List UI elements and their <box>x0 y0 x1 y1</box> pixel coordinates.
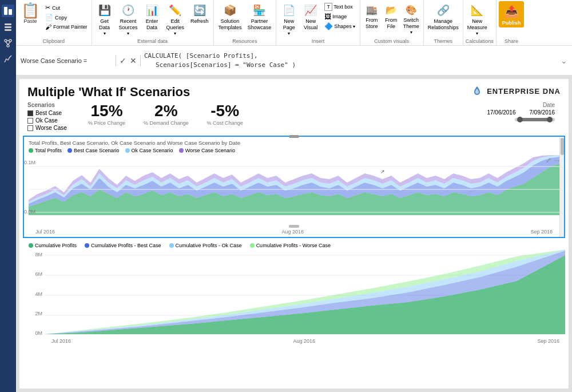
chart1-svg <box>29 155 559 224</box>
chart2-yaxis: 8M 6M 4M 2M 0M <box>23 250 43 338</box>
insert-label: Insert <box>279 38 357 44</box>
legend-worse-case: Worse Case Scenario <box>179 148 235 153</box>
paste-label: Paste <box>23 18 37 24</box>
date-slider-range <box>519 118 550 121</box>
legend-cum-ok-dot <box>169 243 174 248</box>
metric-cost-label: % Cost Change <box>207 120 243 126</box>
chart2-area: 8M 6M 4M 2M 0M <box>23 250 565 338</box>
svg-line-8 <box>6 42 8 45</box>
publish-button[interactable]: 📤 Publish <box>499 1 525 27</box>
legend-ok-case-dot <box>125 148 130 153</box>
scenario-label-best: Best Case <box>35 110 62 116</box>
sidebar-icon-report[interactable] <box>2 5 14 17</box>
chart2-x-jul: Jul 2016 <box>51 338 71 344</box>
formula-bar: Worse Case Scenario = ✓ ✕ CALCULATE( [Sc… <box>16 46 572 76</box>
chart2-y-8m: 8M <box>24 252 42 258</box>
formula-check-button[interactable]: ✓ <box>120 56 126 65</box>
chart1-x-jul: Jul 2016 <box>35 229 55 235</box>
date-slider-left-handle[interactable] <box>517 117 523 122</box>
date-slider-right-handle[interactable] <box>547 117 553 122</box>
svg-rect-4 <box>5 29 11 31</box>
chart1-container[interactable]: Total Profits, Best Case Scenario, Ok Ca… <box>23 136 565 238</box>
get-data-button[interactable]: 💾 GetData ▾ <box>94 1 115 37</box>
refresh-button[interactable]: 🔄 Refresh <box>188 1 211 25</box>
edit-queries-button[interactable]: ✏️ EditQueries ▾ <box>164 1 187 37</box>
new-visual-button[interactable]: 📈 NewVisual <box>300 1 321 32</box>
enter-data-label: EnterData <box>146 18 158 31</box>
text-box-button[interactable]: T Text box <box>323 2 356 11</box>
metric-demand-label: % Demand Change <box>144 120 189 126</box>
chart1-legend: Total Profits Best Case Scenario Ok Case… <box>29 148 559 153</box>
resources-label: Resources <box>216 38 274 44</box>
chart1-inner: Total Profits, Best Case Scenario, Ok Ca… <box>24 137 564 153</box>
chart1-expand-icon[interactable]: ⤢ <box>546 156 551 164</box>
cursor-indicator: ↗ <box>380 169 385 175</box>
edna-logo-icon <box>471 85 483 97</box>
svg-line-9 <box>8 42 10 45</box>
shapes-button[interactable]: 🔷 Shapes ▾ <box>323 22 356 31</box>
manage-relationships-button[interactable]: 🔗 ManageRelationships <box>426 1 460 32</box>
legend-cum-profits: Cumulative Profits <box>29 243 77 248</box>
svg-rect-1 <box>9 9 12 15</box>
recent-sources-button[interactable]: 🕐 RecentSources ▾ <box>117 1 140 37</box>
edna-label: ENTERPRISE DNA <box>487 87 561 96</box>
image-button[interactable]: 🖼 Image <box>323 12 356 21</box>
from-file-button[interactable]: 📂 FromFile <box>382 1 400 31</box>
legend-cum-best: Cumulative Profits - Best Case <box>85 243 161 248</box>
scenarios-box: Scenarios Best Case Ok Case Worse Case <box>27 102 73 131</box>
legend-cum-ok: Cumulative Profits - Ok Case <box>169 243 242 248</box>
cut-label: Cut <box>52 5 60 11</box>
enter-data-button[interactable]: 📊 EnterData <box>142 1 162 32</box>
chart2-legend: Cumulative Profits Cumulative Profits - … <box>23 240 565 250</box>
ribbon-group-clipboard: 📋 Paste ✂ Cut 📄 Copy 🖌 Format Painter Cl… <box>16 0 92 45</box>
legend-total-profits: Total Profits <box>29 148 62 153</box>
chart1-bottom-handle <box>24 224 564 229</box>
format-painter-button[interactable]: 🖌 Format Painter <box>43 23 89 31</box>
scenarios-label: Scenarios <box>27 102 73 108</box>
chart1-area: 0.1M 0.0M <box>24 155 564 224</box>
ribbon-group-custom-visuals: 🏬 FromStore 📂 FromFile 🎨 SwitchTheme ▾ C… <box>360 0 424 45</box>
partner-showcase-button[interactable]: 🏪 PartnerShowcase <box>245 1 274 32</box>
chart1-scrollbar[interactable] <box>559 137 564 237</box>
copy-button[interactable]: 📄 Copy <box>43 13 89 22</box>
legend-cum-profits-label: Cumulative Profits <box>35 243 77 248</box>
scenario-item-ok: Ok Case <box>27 117 73 124</box>
new-page-button[interactable]: 📄 NewPage ▾ <box>279 1 299 37</box>
legend-cum-profits-dot <box>29 243 33 248</box>
chart2-x-aug: Aug 2016 <box>293 338 315 344</box>
cut-button[interactable]: ✂ Cut <box>43 3 89 12</box>
legend-worse-case-dot <box>179 148 184 153</box>
new-measure-button[interactable]: 📐 NewMeasure ▾ <box>466 1 489 37</box>
report-canvas: Multiple 'What If' Scenarios ENTERPRISE … <box>19 79 569 389</box>
formula-x-button[interactable]: ✕ <box>130 56 137 65</box>
recent-sources-label: RecentSources <box>119 18 138 31</box>
custom-visuals-label: Custom visuals <box>363 38 421 44</box>
chart2-svg <box>45 250 565 338</box>
metric-price: 15% % Price Change <box>79 102 134 126</box>
chart2-container: Cumulative Profits Cumulative Profits - … <box>23 240 565 345</box>
formula-line1: CALCULATE( [Scenario Profits], <box>144 52 557 60</box>
formula-line2: Scenarios[Scenarios] = "Worse Case" ) <box>144 61 557 69</box>
paste-button[interactable]: 📋 Paste <box>18 1 42 26</box>
legend-cum-ok-label: Cumulative Profits - Ok Case <box>176 243 242 248</box>
ribbon-group-calculations: 📐 NewMeasure ▾ Calculations <box>463 0 496 45</box>
sidebar-icon-data[interactable] <box>2 21 14 33</box>
scenario-check-best <box>27 110 33 116</box>
share-label: Share <box>499 38 525 44</box>
clipboard-group-label: Clipboard <box>18 38 89 44</box>
sidebar-icon-model[interactable] <box>2 37 14 49</box>
legend-cum-worse: Cumulative Profits - Worse Case <box>250 243 331 248</box>
get-data-label: GetData <box>99 18 110 31</box>
ribbon-group-resources: 📦 SolutionTemplates 🏪 PartnerShowcase Re… <box>214 0 277 45</box>
scenario-check-worse <box>27 125 33 131</box>
canvas-area: Multiple 'What If' Scenarios ENTERPRISE … <box>16 76 572 392</box>
chart2-y-2m: 2M <box>24 311 42 316</box>
solution-templates-button[interactable]: 📦 SolutionTemplates <box>216 1 244 32</box>
from-store-button[interactable]: 🏬 FromStore <box>363 1 381 31</box>
switch-theme-button[interactable]: 🎨 SwitchTheme ▾ <box>402 1 421 36</box>
date-slider[interactable] <box>515 118 555 121</box>
sidebar-icon-analytics[interactable] <box>2 53 14 65</box>
chart1-more-icon[interactable]: ··· <box>554 156 559 164</box>
formula-expand-button[interactable]: ⌄ <box>561 56 567 65</box>
svg-rect-0 <box>4 7 7 15</box>
